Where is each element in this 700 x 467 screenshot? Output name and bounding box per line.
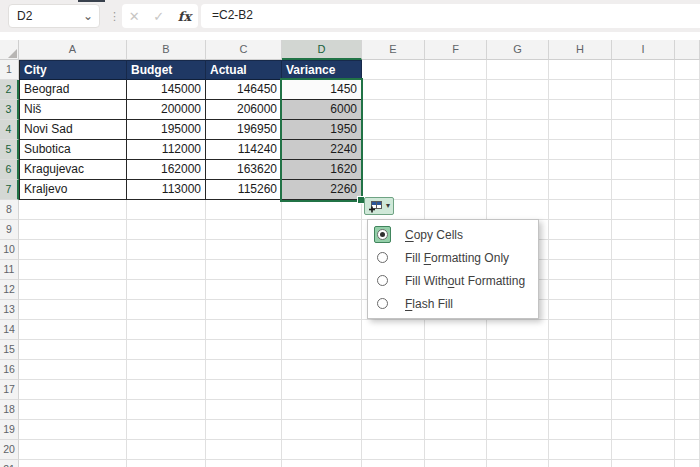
cell-A2[interactable]: Beograd bbox=[19, 80, 127, 100]
cell-D7[interactable]: 2260 bbox=[282, 180, 362, 200]
cell-A19[interactable] bbox=[19, 420, 127, 440]
cell-E19[interactable] bbox=[362, 420, 425, 440]
cell-F19[interactable] bbox=[425, 420, 487, 440]
row-header-10[interactable]: 10 bbox=[0, 240, 19, 260]
row-header-8[interactable]: 8 bbox=[0, 200, 19, 220]
cell-I11[interactable] bbox=[612, 260, 675, 280]
cell-F14[interactable] bbox=[425, 320, 487, 340]
cell-B19[interactable] bbox=[127, 420, 206, 440]
insert-function-icon[interactable]: fx bbox=[178, 9, 191, 24]
row-header-19[interactable]: 19 bbox=[0, 420, 19, 440]
row-header-3[interactable]: 3 bbox=[0, 100, 19, 120]
cell-C13[interactable] bbox=[206, 300, 282, 320]
cell-C5[interactable]: 114240 bbox=[206, 140, 282, 160]
cell-C16[interactable] bbox=[206, 360, 282, 380]
column-header-A[interactable]: A bbox=[19, 40, 127, 60]
cell-D11[interactable] bbox=[282, 260, 362, 280]
cell-E21[interactable] bbox=[362, 460, 425, 467]
column-header-H[interactable]: H bbox=[549, 40, 612, 60]
cell-H21[interactable] bbox=[549, 460, 612, 467]
cell-B5[interactable]: 112000 bbox=[127, 140, 206, 160]
cell-D9[interactable] bbox=[282, 220, 362, 240]
cell-H14[interactable] bbox=[549, 320, 612, 340]
cell-C12[interactable] bbox=[206, 280, 282, 300]
cell-I17[interactable] bbox=[612, 380, 675, 400]
cell-A20[interactable] bbox=[19, 440, 127, 460]
cell-A15[interactable] bbox=[19, 340, 127, 360]
cell-G21[interactable] bbox=[487, 460, 549, 467]
cell-I16[interactable] bbox=[612, 360, 675, 380]
cell-G5[interactable] bbox=[487, 140, 549, 160]
cell-C4[interactable]: 196950 bbox=[206, 120, 282, 140]
cell-A18[interactable] bbox=[19, 400, 127, 420]
cell-D21[interactable] bbox=[282, 460, 362, 467]
cell-C9[interactable] bbox=[206, 220, 282, 240]
formula-input[interactable]: =C2-B2 bbox=[201, 4, 700, 28]
cell-I21[interactable] bbox=[612, 460, 675, 467]
cell-H3[interactable] bbox=[549, 100, 612, 120]
column-header-I[interactable]: I bbox=[612, 40, 675, 60]
cell-B6[interactable]: 162000 bbox=[127, 160, 206, 180]
cell-G7[interactable] bbox=[487, 180, 549, 200]
column-header-D[interactable]: D bbox=[282, 40, 362, 60]
cell-C8[interactable] bbox=[206, 200, 282, 220]
cell-E2[interactable] bbox=[362, 80, 425, 100]
row-header-16[interactable]: 16 bbox=[0, 360, 19, 380]
menu-item-flash-fill[interactable]: Flash Fill bbox=[368, 292, 538, 315]
cell-B14[interactable] bbox=[127, 320, 206, 340]
cell-C17[interactable] bbox=[206, 380, 282, 400]
cell-A3[interactable]: Niš bbox=[19, 100, 127, 120]
cell-H16[interactable] bbox=[549, 360, 612, 380]
cell-H9[interactable] bbox=[549, 220, 612, 240]
column-header-F[interactable]: F bbox=[425, 40, 487, 60]
cell-A21[interactable] bbox=[19, 460, 127, 467]
row-header-14[interactable]: 14 bbox=[0, 320, 19, 340]
row-header-20[interactable]: 20 bbox=[0, 440, 19, 460]
cell-A14[interactable] bbox=[19, 320, 127, 340]
cancel-icon[interactable]: ✕ bbox=[129, 9, 140, 24]
cell-I15[interactable] bbox=[612, 340, 675, 360]
cell-H20[interactable] bbox=[549, 440, 612, 460]
row-header-5[interactable]: 5 bbox=[0, 140, 19, 160]
cell-E20[interactable] bbox=[362, 440, 425, 460]
cell-F18[interactable] bbox=[425, 400, 487, 420]
cell-F6[interactable] bbox=[425, 160, 487, 180]
cell-H12[interactable] bbox=[549, 280, 612, 300]
cell-C6[interactable]: 163620 bbox=[206, 160, 282, 180]
cell-E4[interactable] bbox=[362, 120, 425, 140]
cell-I18[interactable] bbox=[612, 400, 675, 420]
cell-D19[interactable] bbox=[282, 420, 362, 440]
cell-I7[interactable] bbox=[612, 180, 675, 200]
cell-E6[interactable] bbox=[362, 160, 425, 180]
row-header-6[interactable]: 6 bbox=[0, 160, 19, 180]
cell-H4[interactable] bbox=[549, 120, 612, 140]
cell-H1[interactable] bbox=[549, 60, 612, 80]
cell-H15[interactable] bbox=[549, 340, 612, 360]
cell-H11[interactable] bbox=[549, 260, 612, 280]
cell-B20[interactable] bbox=[127, 440, 206, 460]
cell-B21[interactable] bbox=[127, 460, 206, 467]
cell-B1[interactable]: Budget bbox=[127, 60, 206, 80]
cell-A1[interactable]: City bbox=[19, 60, 127, 80]
cell-A4[interactable]: Novi Sad bbox=[19, 120, 127, 140]
cell-C1[interactable]: Actual bbox=[206, 60, 282, 80]
cell-B2[interactable]: 145000 bbox=[127, 80, 206, 100]
row-header-7[interactable]: 7 bbox=[0, 180, 19, 200]
cell-C21[interactable] bbox=[206, 460, 282, 467]
cell-G19[interactable] bbox=[487, 420, 549, 440]
cell-G20[interactable] bbox=[487, 440, 549, 460]
cell-B16[interactable] bbox=[127, 360, 206, 380]
cell-H13[interactable] bbox=[549, 300, 612, 320]
cell-D14[interactable] bbox=[282, 320, 362, 340]
cell-G1[interactable] bbox=[487, 60, 549, 80]
cell-F5[interactable] bbox=[425, 140, 487, 160]
cell-I9[interactable] bbox=[612, 220, 675, 240]
cell-H10[interactable] bbox=[549, 240, 612, 260]
cell-A10[interactable] bbox=[19, 240, 127, 260]
cell-F1[interactable] bbox=[425, 60, 487, 80]
cell-I3[interactable] bbox=[612, 100, 675, 120]
cell-F8[interactable] bbox=[425, 200, 487, 220]
cell-A11[interactable] bbox=[19, 260, 127, 280]
name-box[interactable]: D2 ⌄ bbox=[8, 4, 100, 28]
cell-E18[interactable] bbox=[362, 400, 425, 420]
